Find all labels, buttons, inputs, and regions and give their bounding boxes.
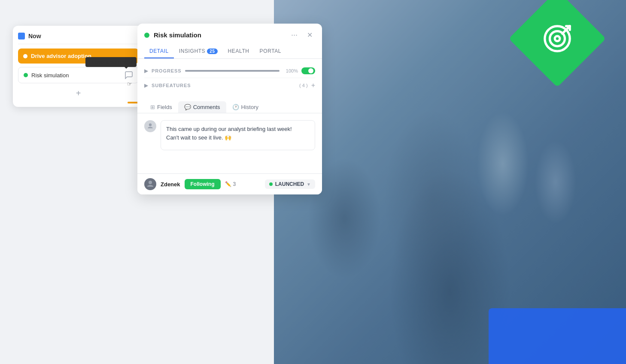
comment-text-line1: This came up during our analyst briefing… xyxy=(166,126,292,132)
modal-more-button[interactable]: ··· xyxy=(289,30,300,40)
subfeatures-row: ▶ SUBFEATURES ( 4 ) + xyxy=(144,78,315,93)
footer-user-name: Zdenek xyxy=(161,181,180,188)
feature-dot-green xyxy=(24,73,28,77)
cursor-hand-icon: ☞ xyxy=(127,81,132,87)
comments-icon: 💬 xyxy=(184,104,191,110)
footer-user-avatar xyxy=(144,178,156,190)
modal-body: ▶ PROGRESS 100% ▶ SUBFEATURES ( 4 ) + xyxy=(137,59,322,98)
fields-icon: ⊞ xyxy=(150,104,155,110)
progress-bar-fill xyxy=(185,70,280,72)
tab-insights[interactable]: INSIGHTS 25 xyxy=(174,45,223,58)
insights-badge: 25 xyxy=(207,49,217,54)
blue-accent-rect xyxy=(489,308,626,364)
progress-toggle-knob xyxy=(308,68,313,73)
comment-area: This came up during our analyst briefing… xyxy=(137,113,322,173)
comment-icon[interactable] xyxy=(125,71,133,79)
add-feature-button[interactable]: + xyxy=(18,85,139,102)
following-button[interactable]: Following xyxy=(185,179,221,189)
tab-health[interactable]: HEALTH xyxy=(223,45,255,58)
subfeatures-label: SUBFEATURES xyxy=(152,83,296,88)
feature-dot-yellow xyxy=(23,54,27,58)
launched-badge[interactable]: LAUNCHED ▼ xyxy=(265,179,315,189)
progress-expand-icon: ▶ xyxy=(144,68,148,74)
inner-tab-comments[interactable]: 💬 Comments xyxy=(178,101,226,113)
modal-footer: Zdenek Following ✏️ 3 LAUNCHED ▼ xyxy=(137,173,322,194)
inner-tabs-bar: ⊞ Fields 💬 Comments 🕐 History xyxy=(137,98,322,113)
feature-item-risk-simulation[interactable]: Risk simulation Leave a comment ☞ xyxy=(18,67,139,83)
now-panel-header: Now xyxy=(18,31,139,44)
now-dot xyxy=(18,33,25,39)
comment-text-line2: Can't wait to see it live. 🙌 xyxy=(166,134,231,141)
progress-row: ▶ PROGRESS 100% xyxy=(144,64,315,78)
tab-detail[interactable]: DETAIL xyxy=(144,45,174,58)
history-label: History xyxy=(241,104,258,110)
edit-count-value: 3 xyxy=(233,181,236,187)
comment-input-row: This came up during our analyst briefing… xyxy=(144,120,315,150)
now-title: Now xyxy=(28,33,41,39)
subfeatures-add-button[interactable]: + xyxy=(311,82,315,89)
comments-label: Comments xyxy=(193,104,220,110)
progress-toggle[interactable] xyxy=(301,67,315,74)
target-icon-wrapper xyxy=(523,4,592,73)
inner-tab-history[interactable]: 🕐 History xyxy=(226,101,264,113)
progress-value: 100% xyxy=(283,68,298,73)
now-panel: Now Drive advisor adoption Risk simulati… xyxy=(13,26,144,107)
tab-insights-label: INSIGHTS xyxy=(179,48,205,54)
progress-label: PROGRESS xyxy=(152,68,182,73)
tab-portal-label: PORTAL xyxy=(260,48,282,54)
launched-label: LAUNCHED xyxy=(275,181,304,187)
tab-detail-label: DETAIL xyxy=(149,48,169,54)
history-icon: 🕐 xyxy=(232,104,239,110)
comment-user-avatar xyxy=(144,120,156,132)
edit-count: ✏️ 3 xyxy=(225,181,236,187)
tab-health-label: HEALTH xyxy=(228,48,249,54)
risk-simulation-modal: Risk simulation ··· ✕ DETAIL INSIGHTS 25… xyxy=(137,24,322,194)
launched-dot xyxy=(269,182,273,186)
feature-label-risk-simulation: Risk simulation xyxy=(31,72,121,79)
modal-header: Risk simulation ··· ✕ xyxy=(137,24,322,40)
tab-portal[interactable]: PORTAL xyxy=(255,45,287,58)
modal-green-dot xyxy=(144,33,149,38)
target-icon xyxy=(542,24,572,54)
modal-close-button[interactable]: ✕ xyxy=(304,30,315,40)
comment-text-input[interactable]: This came up during our analyst briefing… xyxy=(161,120,315,150)
feature-label-drive-advisor: Drive advisor adoption xyxy=(31,53,91,59)
modal-title: Risk simulation xyxy=(154,31,284,39)
leave-comment-tooltip: Leave a comment xyxy=(85,57,137,67)
subfeatures-expand-icon: ▶ xyxy=(144,82,148,88)
comment-icon-area[interactable]: Leave a comment ☞ xyxy=(125,71,133,79)
inner-tab-fields[interactable]: ⊞ Fields xyxy=(144,101,178,113)
svg-point-2 xyxy=(555,36,560,41)
modal-tabs: DETAIL INSIGHTS 25 HEALTH PORTAL xyxy=(137,45,322,59)
launched-chevron-icon: ▼ xyxy=(307,182,311,187)
subfeatures-count: ( 4 ) xyxy=(299,83,308,88)
fields-label: Fields xyxy=(157,104,172,110)
edit-icon: ✏️ xyxy=(225,181,231,187)
progress-bar-container xyxy=(185,70,280,72)
